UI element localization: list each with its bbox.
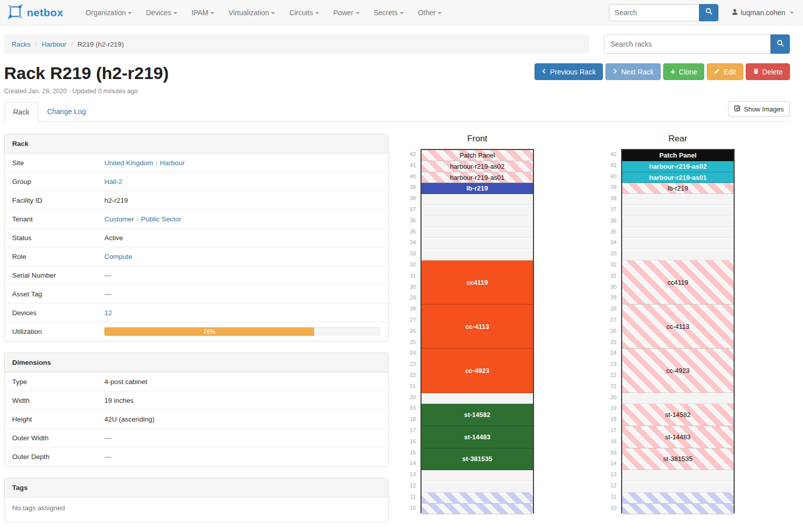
next-rack-button[interactable]: Next Rack	[605, 63, 661, 80]
nav-menu-secrets[interactable]: Secrets	[367, 9, 411, 17]
rack-device-cc-4923[interactable]: cc-4923	[422, 349, 533, 393]
unit-number: 22	[606, 370, 621, 381]
attr-value-link[interactable]: Harbour	[160, 159, 185, 167]
rack-unit-empty	[422, 216, 533, 227]
attr-value-link[interactable]: 12	[104, 309, 112, 317]
rack-reserved-units	[622, 504, 734, 515]
rack-device-cc-4113[interactable]: cc-4113	[422, 305, 533, 349]
rack-search-button[interactable]	[771, 34, 790, 54]
rack-unit-empty	[622, 393, 734, 404]
tab-rack[interactable]: Rack	[4, 102, 39, 122]
rear-elevation-title: Rear	[621, 134, 735, 144]
attr-value: 76%	[104, 327, 380, 336]
rack-reserved-units	[622, 492, 734, 504]
attr-value-text: —	[104, 272, 111, 279]
unit-number: 13	[405, 469, 420, 480]
attr-row: Width19 inches	[5, 391, 388, 410]
attr-value-link[interactable]: Public Sector	[141, 215, 181, 223]
global-search-input[interactable]	[609, 4, 699, 21]
edit-button[interactable]: Edit	[707, 63, 743, 80]
delete-button[interactable]: Delete	[746, 63, 790, 80]
attr-value-link[interactable]: Compute	[104, 253, 132, 260]
rack-device-st-381535[interactable]: st-381535	[622, 448, 734, 471]
rack-device-harbour-r219-as01[interactable]: harbour-r219-as01	[622, 172, 734, 183]
nav-menu-organization[interactable]: Organization	[79, 9, 139, 17]
netbox-logo-icon	[7, 4, 23, 22]
rack-unit-empty	[622, 227, 734, 239]
unit-number: 16	[606, 436, 621, 447]
attr-value: Compute	[104, 253, 380, 260]
tab-change-log[interactable]: Change Log	[39, 102, 94, 122]
unit-number: 17	[606, 425, 621, 436]
unit-number: 22	[405, 370, 420, 381]
unit-number: 37	[606, 204, 621, 215]
nav-menu-power[interactable]: Power	[326, 9, 367, 17]
attr-value: —	[104, 272, 380, 279]
rack-device-lb-r219[interactable]: lb-r219	[622, 183, 734, 194]
rack-panel: Rack SiteUnited Kingdom›HarbourGroupHall…	[4, 134, 389, 341]
unit-number: 37	[405, 204, 420, 215]
attr-value: —	[104, 434, 380, 442]
front-rack-grid: Patch Panelharbour-r219-as02harbour-r219…	[420, 149, 534, 513]
rack-device-lb-r219[interactable]: lb-r219	[422, 183, 533, 194]
unit-number: 21	[405, 381, 420, 392]
attr-value-text: ›	[156, 160, 158, 166]
user-menu[interactable]: luqman.cohen	[732, 9, 796, 17]
unit-number: 10	[405, 503, 420, 514]
nav-menu-ipam[interactable]: IPAM	[184, 9, 221, 17]
rack-device-cc4119[interactable]: cc4119	[422, 260, 533, 305]
unit-number: 11	[606, 491, 621, 503]
chevron-down-icon	[356, 12, 360, 14]
attr-label: Facility ID	[12, 197, 104, 204]
front-elevation-title: Front	[420, 134, 534, 144]
chevron-right-icon	[613, 68, 618, 76]
breadcrumb-item[interactable]: Racks	[12, 41, 31, 48]
attr-value-link[interactable]: Hall-2	[104, 178, 122, 185]
rack-device-st-14582[interactable]: st-14582	[422, 404, 533, 426]
rack-device-st-14483[interactable]: st-14483	[622, 426, 734, 448]
unit-number: 27	[606, 315, 621, 326]
rack-device-cc-4923[interactable]: cc-4923	[622, 349, 734, 393]
rack-device-cc-4113[interactable]: cc-4113	[622, 305, 734, 349]
rack-device-harbour-r219-as02[interactable]: harbour-r219-as02	[622, 161, 734, 172]
unit-number: 34	[606, 237, 621, 248]
clone-button[interactable]: + Clone	[663, 63, 704, 80]
rack-device-cc4119[interactable]: cc4119	[622, 260, 734, 305]
attr-value: Hall-2	[104, 178, 380, 185]
unit-number: 31	[405, 271, 420, 282]
unit-number: 36	[606, 215, 621, 226]
rack-device-patch panel[interactable]: Patch Panel	[422, 150, 533, 161]
rack-device-harbour-r219-as01[interactable]: harbour-r219-as01	[422, 172, 533, 183]
attr-value: United Kingdom›Harbour	[104, 159, 380, 167]
rack-device-harbour-r219-as02[interactable]: harbour-r219-as02	[422, 161, 533, 172]
unit-number: 28	[606, 303, 621, 315]
unit-number: 42	[405, 149, 420, 160]
breadcrumb-separator: /	[35, 41, 37, 48]
nav-menu-virtualization[interactable]: Virtualization	[221, 9, 282, 17]
attr-value-link[interactable]: United Kingdom	[104, 159, 153, 167]
attr-value-text: ›	[137, 216, 139, 222]
search-icon	[705, 8, 713, 17]
unit-number: 24	[606, 348, 621, 359]
attr-label: Devices	[12, 309, 104, 317]
show-images-button[interactable]: Show Images	[728, 101, 790, 117]
breadcrumb-item[interactable]: Harbour	[42, 41, 66, 48]
rack-unit-empty	[422, 481, 533, 492]
netbox-logo[interactable]: netbox	[7, 4, 63, 22]
rack-device-st-381535[interactable]: st-381535	[422, 448, 533, 471]
nav-menu-other[interactable]: Other	[411, 9, 449, 17]
attr-row: StatusActive	[5, 229, 388, 247]
attr-value-text: h2-r219	[104, 197, 128, 204]
unit-number: 36	[405, 215, 420, 226]
rack-device-st-14582[interactable]: st-14582	[622, 404, 734, 426]
global-search-button[interactable]	[699, 4, 718, 21]
attr-value-link[interactable]: Customer	[104, 215, 134, 223]
nav-menu-circuits[interactable]: Circuits	[282, 9, 326, 17]
rack-search-input[interactable]	[604, 34, 771, 54]
rack-device-st-14483[interactable]: st-14483	[422, 426, 533, 448]
rack-device-patch panel[interactable]: Patch Panel	[622, 150, 734, 161]
nav-menu-devices[interactable]: Devices	[139, 9, 184, 17]
attr-value-text: —	[104, 453, 111, 461]
previous-rack-button[interactable]: Previous Rack	[534, 63, 603, 80]
attr-value: 4-post cabinet	[104, 378, 380, 386]
